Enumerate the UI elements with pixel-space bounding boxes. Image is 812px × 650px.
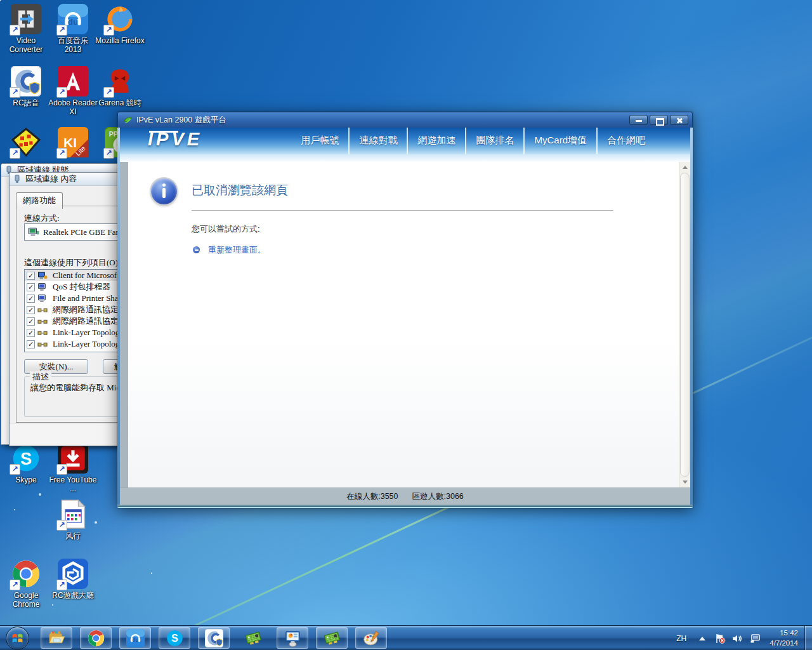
checkbox[interactable]: ✓ (27, 295, 35, 303)
desktop-icon-garena[interactable]: ↗Garena 競時 (95, 66, 145, 108)
taskbar-button-baidu-music[interactable]: du (119, 627, 151, 649)
volume-icon[interactable] (731, 633, 743, 644)
error-hint: 您可以嘗試的方式: (192, 223, 260, 235)
tab-networking[interactable]: 網路功能 (16, 192, 63, 209)
svg-text:du: du (68, 17, 79, 27)
desktop-icon-free-youtube[interactable]: ↗Free YouTube ... (48, 443, 98, 494)
taskbar-button-skype[interactable]: S (159, 627, 190, 649)
desktop-icon-label: RC語音 (1, 99, 51, 108)
error-heading: 已取消瀏覽該網頁 (192, 182, 288, 199)
checkbox[interactable]: ✓ (27, 317, 35, 326)
shortcut-arrow-icon: ↗ (10, 148, 20, 159)
svg-text:du: du (132, 637, 138, 642)
start-button[interactable] (0, 626, 34, 650)
rc-voice-icon: ↗ (11, 66, 41, 96)
desktop-icon-rc-voice[interactable]: ↗RC語音 (1, 66, 51, 108)
lan-properties-dialog-title: 區域連線 內容 (25, 173, 77, 185)
shortcut-arrow-icon: ↗ (56, 25, 67, 36)
checkbox[interactable]: ✓ (27, 329, 35, 337)
vertical-scrollbar[interactable] (679, 162, 690, 488)
nav-tab-2[interactable]: 連線對戰 (348, 128, 407, 154)
chrome-icon (87, 629, 105, 647)
description-text: 讓您的電腦能夠存取 Micr (30, 382, 123, 394)
action-center-flag-icon[interactable] (714, 633, 726, 644)
shortcut-arrow-icon: ↗ (56, 580, 67, 590)
skype-icon: S↗ (11, 443, 41, 474)
taskbar-button-netcard2[interactable] (316, 627, 348, 649)
desktop-icon-label: RC遊戲大廳 (48, 592, 98, 600)
taskbar-button-netcard[interactable] (237, 627, 269, 649)
shortcut-arrow-icon: ↗ (10, 580, 20, 590)
desktop-icon-chrome[interactable]: ↗Google Chrome (1, 559, 51, 609)
taskbar-button-explorer[interactable] (41, 627, 72, 649)
nav-fade-strip (120, 154, 690, 162)
network-adapter-icon (28, 227, 39, 237)
nav-tab-6[interactable]: 合作網吧 (596, 128, 655, 154)
wallpaper-sparkles (0, 0, 1, 1)
info-icon (151, 178, 177, 204)
checkbox[interactable]: ✓ (27, 283, 35, 291)
taskbar-button-monitor-app[interactable] (277, 627, 308, 649)
shortcut-arrow-icon: ↗ (103, 148, 114, 159)
desktop-icon-skype[interactable]: S↗Skype (1, 443, 51, 485)
explorer-icon (48, 629, 66, 647)
refresh-page-link[interactable]: 重新整理畫面。 (208, 244, 266, 256)
connection-item-label: 網際網路通訊協定第 (53, 315, 127, 327)
nav-tab-strip: 用戶帳號連線對戰網遊加速團隊排名MyCard增值合作網吧 (291, 128, 655, 154)
scrollbar-thumb[interactable] (680, 173, 690, 477)
language-indicator[interactable]: ZH (676, 634, 686, 643)
connection-item-label: File and Printer Sharin (53, 293, 128, 303)
checkbox[interactable]: ✓ (27, 340, 35, 348)
desktop-icon-fengxing[interactable]: ↗风行 (48, 499, 98, 541)
garena-icon: ↗ (105, 66, 135, 96)
shortcut-arrow-icon: ↗ (56, 520, 67, 531)
desktop-icon-label: Free YouTube ... (48, 476, 98, 494)
taskbar-button-paint[interactable] (355, 627, 387, 649)
shortcut-arrow-icon: ↗ (103, 25, 114, 36)
fengxing-icon: ↗ (58, 499, 88, 529)
taskbar: duS ZH 15:42 4/7/2014 (0, 625, 812, 650)
firefox-icon: ↗ (105, 4, 135, 34)
desktop-icon-rc-game[interactable]: ↗RC遊戲大廳 (48, 559, 98, 600)
desktop-icon-label: Skype (1, 476, 51, 485)
bullet-icon (193, 246, 200, 253)
scroll-up-arrow-icon[interactable] (679, 162, 690, 172)
desktop-icon-label: Adobe Reader XI (48, 99, 98, 117)
video-converter-icon: ↗ (11, 4, 41, 34)
desktop-icon-ki-lite[interactable]: KILite↗ (48, 127, 98, 157)
clock[interactable]: 15:42 4/7/2014 (769, 628, 798, 648)
window-border-bottom (117, 505, 693, 508)
ipve-window: IPvE vLan 2900 遊戲平台 IPVE 用戶帳號連線對戰網遊加速團隊排… (117, 112, 693, 508)
show-desktop-button[interactable] (804, 626, 812, 650)
minimize-button[interactable] (629, 115, 648, 125)
adobe-reader-icon: ↗ (58, 66, 88, 96)
maximize-button[interactable] (650, 115, 668, 125)
taskbar-button-rc-voice[interactable] (198, 627, 230, 649)
monitor-icon (37, 295, 50, 303)
checkbox[interactable]: ✓ (27, 306, 35, 314)
close-button[interactable] (670, 115, 688, 125)
content-left-gutter (120, 162, 128, 488)
checkbox[interactable]: ✓ (27, 272, 35, 280)
desktop-icon-adobe-reader[interactable]: ↗Adobe Reader XI (48, 66, 98, 117)
hidden-icons-arrow-icon[interactable] (697, 633, 708, 644)
rc-game-icon: ↗ (58, 559, 88, 589)
taskbar-button-chrome[interactable] (80, 627, 112, 649)
ipve-window-titlebar[interactable]: IPvE vLan 2900 遊戲平台 (117, 112, 693, 128)
desktop-icon-baidu-music[interactable]: du↗百度音乐 2013 (48, 4, 98, 55)
nav-tab-4[interactable]: 團隊排名 (465, 128, 523, 154)
scroll-down-arrow-icon[interactable] (679, 477, 690, 488)
baidu-music-icon: du (126, 629, 145, 647)
nav-tab-3[interactable]: 網遊加速 (407, 128, 465, 154)
ipve-window-title: IPvE vLan 2900 遊戲平台 (136, 115, 629, 126)
desktop-icon-firefox[interactable]: ↗Mozilla Firefox (95, 4, 145, 46)
nav-tab-1[interactable]: 用戶帳號 (291, 128, 348, 154)
nav-tab-5[interactable]: MyCard增值 (523, 128, 596, 154)
shortcut-arrow-icon: ↗ (56, 464, 67, 475)
connection-item-label: Link-Layer Topology (53, 339, 124, 349)
desktop-icon-diamond-game[interactable]: ↗ (1, 127, 51, 157)
network-tray-icon[interactable] (749, 633, 760, 644)
desktop-icon-video-converter[interactable]: ↗Video Converter (1, 4, 51, 55)
shortcut-arrow-icon: ↗ (56, 87, 67, 98)
desktop-icon-label: Mozilla Firefox (95, 37, 145, 46)
